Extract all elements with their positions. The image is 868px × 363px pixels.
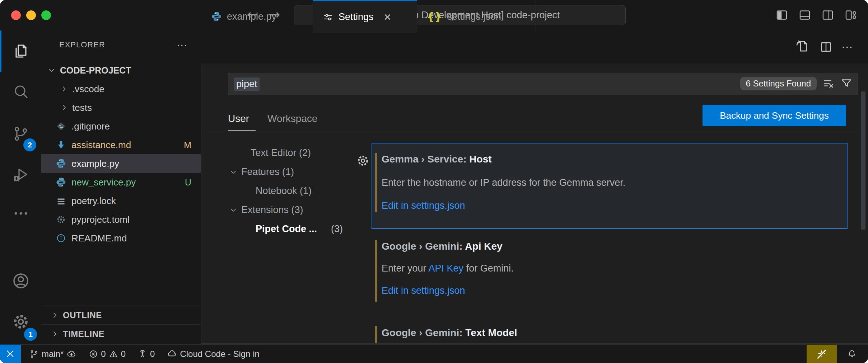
tree-item-tests[interactable]: tests bbox=[41, 98, 201, 117]
notifications-bell-icon[interactable] bbox=[839, 345, 864, 363]
setting-google-gemini-api-key[interactable]: Google › Gemini: Api Key Enter your API … bbox=[372, 235, 846, 312]
tree-item-label: new_service.py bbox=[71, 177, 136, 188]
setting-row-gear-icon[interactable] bbox=[356, 154, 370, 168]
toc-label: Pipet Code ... bbox=[256, 223, 317, 235]
split-editor-icon[interactable] bbox=[819, 40, 833, 54]
chevron-down-icon bbox=[229, 168, 238, 176]
lock-lines-file-icon: ≡ bbox=[56, 195, 66, 207]
chevron-right-icon bbox=[51, 330, 59, 338]
scope-tab-label: Workspace bbox=[267, 113, 318, 124]
toc-count: (3) bbox=[331, 223, 343, 235]
toc-extensions[interactable]: Extensions (3) bbox=[201, 201, 353, 220]
timeline-section[interactable]: TIMELINE bbox=[41, 324, 201, 343]
branch-name: main* bbox=[42, 349, 64, 359]
tree-item-pyproject-toml[interactable]: pyproject.toml bbox=[41, 210, 201, 229]
source-control-badge: 2 bbox=[23, 138, 36, 151]
setting-description: Enter your API Key for Gemini. bbox=[382, 263, 514, 274]
sync-cloud-icon bbox=[66, 349, 76, 359]
manage-settings-gear-icon[interactable]: 1 bbox=[0, 302, 41, 341]
chevron-right-icon bbox=[60, 85, 69, 93]
scope-tab-user[interactable]: User bbox=[228, 108, 256, 131]
scope-tab-workspace[interactable]: Workspace bbox=[267, 108, 318, 130]
settings-sliders-icon bbox=[323, 12, 333, 23]
remote-indicator[interactable] bbox=[0, 345, 21, 363]
source-control-icon[interactable]: 2 bbox=[0, 114, 41, 154]
tree-item-label: .vscode bbox=[72, 84, 104, 95]
setting-category: Google › Gemini: bbox=[382, 241, 465, 252]
tree-item-poetry-lock[interactable]: ≡ poetry.lock bbox=[41, 192, 201, 210]
search-view-icon[interactable] bbox=[0, 72, 41, 111]
chevron-right-icon bbox=[60, 103, 69, 112]
description-text: Enter your bbox=[382, 263, 429, 274]
description-text: for Gemini. bbox=[463, 263, 514, 274]
backup-sync-settings-button[interactable]: Backup and Sync Settings bbox=[703, 105, 846, 126]
editor-more-actions-icon[interactable]: ⋯ bbox=[841, 40, 853, 54]
tree-item-example-py[interactable]: example.py bbox=[41, 154, 201, 173]
settings-count-badge: 6 Settings Found bbox=[740, 77, 817, 90]
modified-indicator bbox=[375, 153, 377, 212]
additional-views-icon[interactable] bbox=[0, 199, 41, 228]
python-file-icon bbox=[56, 158, 66, 169]
tab-settings[interactable]: Settings ✕ bbox=[313, 0, 417, 33]
toc-features[interactable]: Features (1) bbox=[201, 162, 353, 182]
tree-root-code-project[interactable]: CODE-PROJECT bbox=[41, 61, 201, 80]
close-tab-icon[interactable]: ✕ bbox=[384, 12, 392, 23]
toc-label: Extensions (3) bbox=[241, 204, 303, 216]
filter-settings-icon[interactable] bbox=[840, 77, 853, 90]
clear-settings-search-icon[interactable] bbox=[822, 77, 835, 90]
maximize-window-button[interactable] bbox=[41, 10, 51, 20]
tree-item-readme-md[interactable]: README.md bbox=[41, 229, 201, 248]
tree-item-label: example.py bbox=[71, 158, 119, 169]
tab-example-py[interactable]: example.py bbox=[201, 0, 313, 33]
chevron-right-icon bbox=[51, 311, 59, 320]
setting-key: Text Model bbox=[465, 327, 517, 338]
timeline-label: TIMELINE bbox=[63, 329, 104, 339]
tree-item-vscode[interactable]: .vscode bbox=[41, 80, 201, 98]
tree-item-label: tests bbox=[72, 102, 92, 113]
tab-label: example.py bbox=[227, 11, 276, 22]
toc-notebook[interactable]: Notebook (1) bbox=[201, 182, 353, 201]
run-debug-icon[interactable] bbox=[0, 155, 41, 194]
scope-divider bbox=[206, 132, 862, 132]
editor-bottom-divider bbox=[201, 343, 868, 344]
toc-label: Notebook (1) bbox=[256, 185, 312, 197]
edit-in-settings-json-link[interactable]: Edit in settings.json bbox=[382, 200, 465, 211]
cloud-code-status[interactable]: Cloud Code - Sign in bbox=[163, 345, 263, 363]
git-untracked-badge: U bbox=[185, 177, 191, 188]
markdown-file-icon bbox=[56, 140, 66, 150]
toc-pipet-code[interactable]: Pipet Code ... (3) bbox=[201, 220, 353, 239]
minimize-window-button[interactable] bbox=[26, 10, 36, 20]
tree-item-gitignore[interactable]: .gitignore bbox=[41, 117, 201, 136]
tree-item-assistance-md[interactable]: assistance.md M bbox=[41, 136, 201, 154]
accounts-icon[interactable] bbox=[0, 261, 41, 301]
ai-spark-off-status[interactable] bbox=[807, 345, 837, 363]
ports-count: 0 bbox=[150, 349, 155, 359]
setting-google-gemini-text-model[interactable]: Google › Gemini: Text Model bbox=[372, 323, 846, 344]
explorer-more-actions-icon[interactable]: ⋯ bbox=[177, 34, 187, 56]
git-branch-status[interactable]: main* bbox=[26, 345, 80, 363]
explorer-title: EXPLORER bbox=[59, 40, 105, 50]
tree-item-new-service-py[interactable]: new_service.py U bbox=[41, 173, 201, 192]
toc-text-editor[interactable]: Text Editor (2) bbox=[201, 143, 353, 162]
toggle-secondary-sidebar-icon[interactable] bbox=[821, 9, 834, 21]
edit-in-settings-json-link[interactable]: Edit in settings.json bbox=[382, 285, 465, 296]
ports-status[interactable]: 0 bbox=[134, 345, 158, 363]
settings-scrollbar[interactable] bbox=[861, 91, 865, 230]
setting-description: Enter the hostname or IP address for the… bbox=[382, 177, 625, 188]
tab-settings-json[interactable]: {} settings.json bbox=[417, 0, 536, 33]
explorer-icon[interactable] bbox=[0, 32, 41, 71]
settings-search-input[interactable]: pipet 6 Settings Found bbox=[228, 73, 858, 95]
tree-item-label: poetry.lock bbox=[71, 195, 116, 207]
customize-layout-icon[interactable] bbox=[844, 9, 857, 21]
toggle-primary-sidebar-icon[interactable] bbox=[775, 9, 788, 21]
setting-title: Google › Gemini: Api Key bbox=[382, 241, 503, 252]
outline-section[interactable]: OUTLINE bbox=[41, 306, 201, 324]
open-settings-json-icon[interactable] bbox=[795, 39, 810, 54]
tree-item-label: .gitignore bbox=[71, 121, 110, 132]
toggle-panel-icon[interactable] bbox=[798, 9, 811, 21]
close-window-button[interactable] bbox=[11, 10, 21, 20]
setting-gemma-service-host[interactable]: Gemma › Service: Host Enter the hostname… bbox=[372, 143, 848, 229]
problems-status[interactable]: 0 0 bbox=[85, 345, 129, 363]
api-key-link[interactable]: API Key bbox=[429, 263, 464, 274]
chevron-down-icon bbox=[229, 206, 238, 214]
